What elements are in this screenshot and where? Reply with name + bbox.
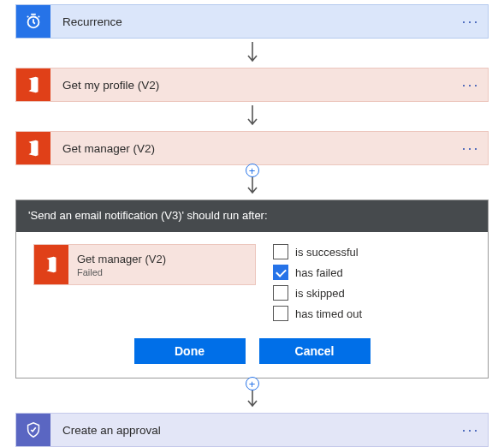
clock-icon: [16, 5, 50, 38]
checkbox-label: is skipped: [295, 287, 345, 300]
office-icon: [16, 69, 50, 101]
svg-point-2: [38, 15, 39, 17]
shield-check-icon: [16, 414, 50, 446]
step-title: Recurrence: [50, 15, 454, 28]
office-icon: [34, 245, 68, 284]
panel-header: 'Send an email notification (V3)' should…: [16, 200, 488, 232]
connector-arrow: +: [15, 165, 489, 200]
checkbox-label: is successful: [295, 246, 359, 259]
checkbox-is-successful[interactable]: is successful: [273, 244, 362, 259]
add-step-icon[interactable]: +: [246, 164, 259, 177]
more-icon[interactable]: ···: [454, 13, 488, 31]
step-recurrence[interactable]: Recurrence ···: [15, 4, 489, 39]
svg-point-1: [27, 15, 28, 17]
step-title: Get manager (V2): [50, 142, 454, 155]
checkbox-label: has failed: [295, 266, 343, 279]
connector-arrow: [15, 39, 489, 68]
dependency-card: Get manager (V2) Failed: [33, 244, 256, 285]
checkbox-label: has timed out: [295, 307, 362, 320]
more-icon[interactable]: ···: [454, 76, 488, 94]
add-step-icon[interactable]: +: [246, 377, 259, 390]
run-after-panel: 'Send an email notification (V3)' should…: [15, 200, 489, 378]
office-icon: [16, 132, 50, 164]
more-icon[interactable]: ···: [454, 140, 488, 158]
step-get-manager[interactable]: Get manager (V2) ···: [15, 131, 489, 165]
checkbox-has-failed[interactable]: has failed: [273, 265, 362, 280]
checkbox-icon: [273, 265, 288, 280]
panel-body: Get manager (V2) Failed is successful ha…: [16, 232, 488, 378]
more-icon[interactable]: ···: [454, 421, 488, 439]
checkbox-is-skipped[interactable]: is skipped: [273, 285, 362, 301]
cancel-button[interactable]: Cancel: [259, 338, 371, 364]
step-title: Get my profile (V2): [50, 79, 454, 92]
step-create-approval[interactable]: Create an approval ···: [15, 413, 489, 447]
dependency-status: Failed: [77, 267, 166, 277]
checkbox-icon: [273, 306, 288, 321]
checkbox-has-timed-out[interactable]: has timed out: [273, 306, 362, 321]
condition-checklist: is successful has failed is skipped has …: [273, 244, 362, 321]
checkbox-icon: [273, 244, 288, 259]
step-get-profile[interactable]: Get my profile (V2) ···: [15, 68, 489, 102]
dependency-title: Get manager (V2): [77, 253, 166, 265]
done-button[interactable]: Done: [134, 338, 246, 364]
connector-arrow: +: [15, 378, 489, 413]
checkbox-icon: [273, 285, 288, 301]
step-title: Create an approval: [50, 424, 454, 437]
connector-arrow: [15, 102, 489, 131]
